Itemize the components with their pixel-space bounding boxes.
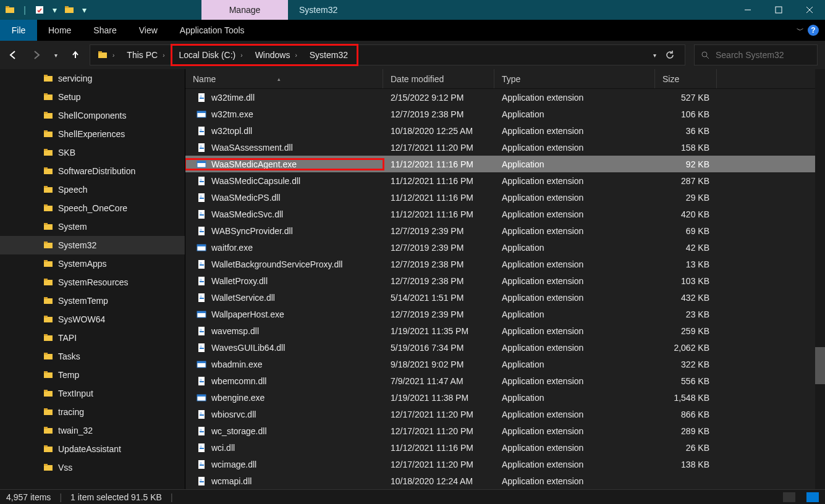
tree-item[interactable]: SystemTemp xyxy=(0,292,185,310)
tree-item[interactable]: SysWOW64 xyxy=(0,310,185,329)
help-icon[interactable]: ? xyxy=(808,25,819,36)
refresh-icon[interactable] xyxy=(665,50,675,60)
file-date: 1/19/2021 11:38 PM xyxy=(383,393,494,403)
manage-tab[interactable]: Manage xyxy=(201,0,288,20)
file-menu[interactable]: File xyxy=(0,20,37,41)
file-row[interactable]: wavemsp.dll1/19/2021 11:35 PMApplication… xyxy=(185,322,825,339)
breadcrumb-part[interactable]: Windows › xyxy=(249,46,303,64)
tree-item[interactable]: Speech_OneCore xyxy=(0,199,185,217)
file-row[interactable]: wci.dll11/12/2021 11:16 PMApplication ex… xyxy=(185,439,825,456)
tree-item[interactable]: twain_32 xyxy=(0,421,185,440)
tree-item[interactable]: System32 xyxy=(0,236,185,254)
tree-item[interactable]: System xyxy=(0,217,185,236)
ribbon-tab[interactable]: View xyxy=(128,20,169,41)
file-row[interactable]: WaaSMedicSvc.dll11/12/2021 11:16 PMAppli… xyxy=(185,206,825,222)
breadcrumb-part[interactable]: System32 xyxy=(303,46,354,64)
tree-item[interactable]: servicing xyxy=(0,69,185,88)
recent-dropdown-icon[interactable]: ▾ xyxy=(54,52,57,59)
file-row[interactable]: wcmapi.dll10/18/2020 12:24 AMApplication… xyxy=(185,472,825,489)
tree-item[interactable]: SKB xyxy=(0,143,185,162)
col-type[interactable]: Type xyxy=(494,69,655,88)
details-view-icon[interactable] xyxy=(783,492,795,502)
close-button[interactable] xyxy=(794,0,825,20)
tree-item[interactable]: SystemApps xyxy=(0,254,185,273)
tree-item[interactable]: Speech xyxy=(0,180,185,199)
scrollbar-thumb[interactable] xyxy=(815,347,825,384)
file-date: 5/14/2021 1:51 PM xyxy=(383,293,494,303)
file-row[interactable]: w32time.dll2/15/2022 9:12 PMApplication … xyxy=(185,89,825,106)
search-input[interactable] xyxy=(716,50,811,60)
svg-rect-40 xyxy=(44,316,48,317)
tree-item[interactable]: UpdateAssistant xyxy=(0,440,185,458)
file-row[interactable]: WalletProxy.dll12/7/2019 2:38 PMApplicat… xyxy=(185,272,825,289)
tree-item[interactable]: ShellComponents xyxy=(0,106,185,125)
col-name[interactable]: Name▴ xyxy=(185,69,383,88)
minimize-button[interactable] xyxy=(732,0,763,20)
file-row[interactable]: WalletService.dll5/14/2021 1:51 PMApplic… xyxy=(185,289,825,306)
breadcrumb-part[interactable]: Local Disk (C:) › xyxy=(172,46,248,64)
file-row[interactable]: wcimage.dll12/17/2021 11:20 PMApplicatio… xyxy=(185,456,825,472)
tree-item[interactable]: Temp xyxy=(0,366,185,384)
file-row[interactable]: WallpaperHost.exe12/7/2019 2:39 PMApplic… xyxy=(185,306,825,322)
file-row[interactable]: WaaSAssessment.dll12/17/2021 11:20 PMApp… xyxy=(185,139,825,156)
file-row[interactable]: wbadmin.exe9/18/2021 9:02 PMApplication3… xyxy=(185,356,825,372)
file-type: Application extension xyxy=(494,93,655,103)
tree-item[interactable]: Setup xyxy=(0,88,185,106)
tree-item[interactable]: SoftwareDistribution xyxy=(0,162,185,180)
file-row[interactable]: WABSyncProvider.dll12/7/2019 2:39 PMAppl… xyxy=(185,222,825,239)
qat-dropdown-icon[interactable]: ▾ xyxy=(48,4,61,16)
ribbon-tab[interactable]: Share xyxy=(82,20,127,41)
tree-item[interactable]: Vss xyxy=(0,458,185,477)
file-row[interactable]: WalletBackgroundServiceProxy.dll12/7/201… xyxy=(185,256,825,272)
svg-rect-24 xyxy=(44,167,48,169)
file-row[interactable]: w32topl.dll10/18/2020 12:25 AMApplicatio… xyxy=(185,122,825,139)
tiles-view-icon[interactable] xyxy=(806,492,819,502)
tree-item[interactable]: TextInput xyxy=(0,384,185,403)
file-row[interactable]: wbemcomn.dll7/9/2021 11:47 AMApplication… xyxy=(185,372,825,389)
title-bar[interactable]: | ▾ ▾ Manage System32 xyxy=(0,0,825,20)
up-button[interactable] xyxy=(70,49,81,61)
tree-item[interactable]: tracing xyxy=(0,403,185,421)
file-rows[interactable]: w32time.dll2/15/2022 9:12 PMApplication … xyxy=(185,89,825,489)
col-size[interactable]: Size xyxy=(655,69,717,88)
col-date[interactable]: Date modified xyxy=(383,69,494,88)
file-row[interactable]: WaaSMedicPS.dll11/12/2021 11:16 PMApplic… xyxy=(185,189,825,206)
svg-rect-55 xyxy=(44,465,53,471)
ribbon-tab[interactable]: Home xyxy=(37,20,82,41)
address-dropdown-icon[interactable]: ▾ xyxy=(653,52,656,59)
scrollbar-track[interactable] xyxy=(815,69,825,489)
file-icon xyxy=(197,109,206,119)
forward-button[interactable] xyxy=(31,49,42,61)
file-row[interactable]: wc_storage.dll12/17/2021 11:20 PMApplica… xyxy=(185,422,825,439)
tree-item[interactable]: TAPI xyxy=(0,329,185,347)
address-bar[interactable]: › This PC › Local Disk (C:) › Windows › … xyxy=(90,44,685,65)
back-button[interactable] xyxy=(7,49,19,61)
file-size: 103 KB xyxy=(655,276,717,286)
column-headers[interactable]: Name▴ Date modified Type Size xyxy=(185,69,825,89)
file-row[interactable]: waitfor.exe12/7/2019 2:39 PMApplication4… xyxy=(185,239,825,256)
maximize-button[interactable] xyxy=(763,0,794,20)
file-row[interactable]: wbiosrvc.dll12/17/2021 11:20 PMApplicati… xyxy=(185,406,825,422)
file-icon xyxy=(197,359,206,369)
file-type: Application xyxy=(494,109,655,119)
tree-item[interactable]: ShellExperiences xyxy=(0,125,185,143)
breadcrumb-label: System32 xyxy=(310,50,348,60)
breadcrumb-root[interactable]: This PC › xyxy=(121,45,171,65)
svg-line-12 xyxy=(706,56,709,59)
qat-dropdown-icon[interactable]: ▾ xyxy=(78,4,90,16)
svg-rect-28 xyxy=(44,204,48,206)
folder-icon xyxy=(4,4,16,16)
tree-item[interactable]: SystemResources xyxy=(0,273,185,292)
file-row[interactable]: w32tm.exe12/7/2019 2:38 PMApplication106… xyxy=(185,106,825,122)
search-box[interactable] xyxy=(694,44,818,65)
ribbon-tab[interactable]: Application Tools xyxy=(169,20,256,41)
tree-item-label: Vss xyxy=(58,463,72,472)
file-row[interactable]: wbengine.exe1/19/2021 11:38 PMApplicatio… xyxy=(185,389,825,406)
file-row[interactable]: WaaSMedicAgent.exe11/12/2021 11:16 PMApp… xyxy=(185,156,825,172)
file-row[interactable]: WavesGUILib64.dll5/19/2016 7:34 PMApplic… xyxy=(185,339,825,356)
tree-item[interactable]: Tasks xyxy=(0,347,185,366)
file-row[interactable]: WaaSMedicCapsule.dll11/12/2021 11:16 PMA… xyxy=(185,172,825,189)
expand-ribbon-icon[interactable]: ﹀ xyxy=(797,25,804,36)
nav-tree[interactable]: servicingSetupShellComponentsShellExperi… xyxy=(0,69,185,489)
properties-icon[interactable] xyxy=(33,4,46,16)
